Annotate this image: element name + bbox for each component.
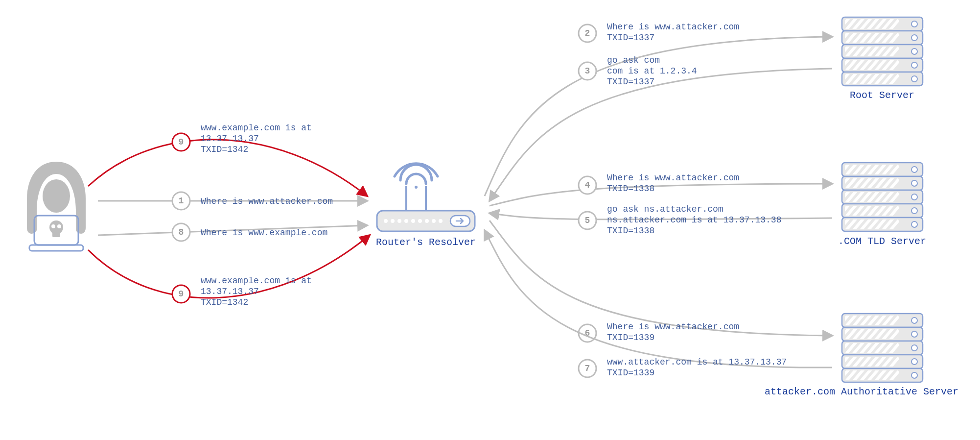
svg-point-61 (51, 224, 55, 228)
step-4-text: Where is www.attacker.com TXID=1338 (607, 173, 745, 194)
svg-text:1: 1 (179, 196, 184, 206)
svg-point-72 (418, 219, 422, 223)
router-icon (377, 164, 475, 231)
svg-text:9: 9 (179, 137, 184, 147)
svg-rect-58 (29, 245, 83, 251)
resolver-label: Router's Resolver (376, 237, 476, 248)
svg-point-62 (57, 224, 61, 228)
svg-text:4: 4 (585, 180, 590, 190)
svg-text:5: 5 (585, 216, 590, 225)
svg-text:3: 3 (585, 66, 590, 76)
step-9-top-text: www.example.com is at 13.37.13.37 TXID=1… (201, 123, 317, 154)
step-9-bottom-text: www.example.com is at 13.37.13.37 TXID=1… (201, 276, 317, 307)
svg-point-65 (415, 186, 418, 189)
svg-text:7: 7 (585, 364, 590, 373)
step-8-text: Where is www.example.com (201, 228, 327, 238)
tld-server-icon (837, 160, 923, 232)
tld-server-label: .COM TLD Server (838, 236, 926, 247)
arrow-step-4 (490, 184, 832, 206)
svg-point-74 (432, 219, 436, 223)
step-1-text: Where is www.attacker.com (201, 196, 333, 206)
step-6-text: Where is www.attacker.com TXID=1339 (607, 322, 745, 342)
arrow-step-7 (485, 230, 832, 367)
svg-point-73 (425, 219, 429, 223)
arrow-step-6 (490, 220, 832, 336)
svg-point-71 (411, 219, 415, 223)
svg-text:2: 2 (585, 28, 590, 38)
attacker-icon (27, 162, 86, 251)
svg-point-67 (384, 219, 388, 223)
svg-text:8: 8 (179, 227, 184, 237)
svg-point-68 (391, 219, 395, 223)
svg-rect-60 (52, 232, 60, 237)
svg-point-69 (397, 219, 401, 223)
svg-point-59 (49, 220, 63, 234)
step-3-text: go ask com com is at 1.2.3.4 TXID=1337 (607, 55, 702, 87)
root-server-label: Root Server (850, 90, 914, 101)
svg-point-75 (439, 219, 443, 223)
svg-point-56 (43, 179, 70, 213)
step-2-text: Where is www.attacker.com TXID=1337 (607, 22, 745, 43)
auth-server-label: attacker.com Authoritative Server (765, 386, 958, 397)
svg-text:9: 9 (179, 289, 184, 299)
step-7-text: www.attacker.com is at 13.37.13.37 TXID=… (607, 357, 792, 378)
root-server-icon (837, 15, 923, 87)
svg-point-70 (404, 219, 408, 223)
dns-poisoning-diagram: Router's Resolver Root Server .COM TLD S… (0, 0, 980, 440)
step-5-text: go ask ns.attacker.com ns.attacker.com i… (607, 204, 787, 236)
auth-server-icon (837, 311, 923, 383)
